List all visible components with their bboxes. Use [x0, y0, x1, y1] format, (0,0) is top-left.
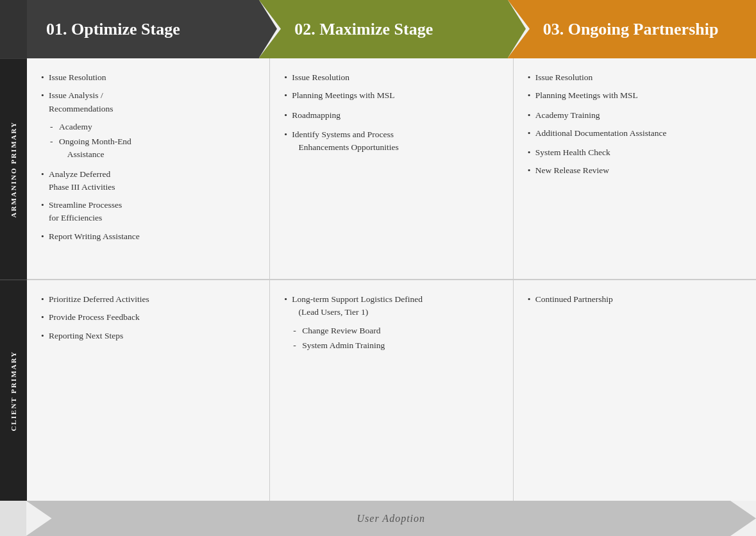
list-item: Prioritize Deferred Activities — [41, 293, 255, 306]
list-item: Planning Meetings with MSL — [284, 89, 498, 102]
list-item: Long-term Support Logistics Defined (Lea… — [284, 293, 498, 319]
main-grid: Issue Resolution Issue Analysis /Recomme… — [27, 58, 756, 501]
armanino-col1: Issue Resolution Issue Analysis /Recomme… — [27, 58, 270, 279]
bottom-spacer — [0, 501, 26, 536]
list-item: Issue Resolution — [284, 71, 498, 84]
list-item: Provide Process Feedback — [41, 311, 255, 324]
arrow-container: 01. Optimize Stage 02. Maximize Stage 03… — [27, 0, 756, 58]
armanino-label: ARMANINO PRIMARY — [0, 58, 27, 280]
client-label: CLIENT PRIMARY — [0, 280, 27, 501]
list-item: Ongoing Month-End Assistance — [41, 135, 255, 162]
client-col2: Long-term Support Logistics Defined (Lea… — [270, 280, 513, 501]
content-area: ARMANINO PRIMARY CLIENT PRIMARY Issue Re… — [0, 58, 756, 501]
armanino-row: Issue Resolution Issue Analysis /Recomme… — [27, 58, 756, 280]
stage1-arrow: 01. Optimize Stage — [27, 0, 259, 58]
header-row: 01. Optimize Stage 02. Maximize Stage 03… — [0, 0, 756, 58]
bottom-label: User Adoption — [357, 513, 425, 524]
client-row: Prioritize Deferred Activities Provide P… — [27, 280, 756, 501]
list-item: New Release Review — [528, 164, 742, 177]
client-col1: Prioritize Deferred Activities Provide P… — [27, 280, 270, 501]
stage3-arrow: 03. Ongoing Partnership — [508, 0, 756, 58]
list-item: Academy — [41, 121, 255, 133]
list-item: Reporting Next Steps — [41, 330, 255, 342]
list-item: Planning Meetings with MSL — [528, 89, 742, 102]
left-labels: ARMANINO PRIMARY CLIENT PRIMARY — [0, 58, 27, 501]
stage2-arrow: 02. Maximize Stage — [259, 0, 507, 58]
stage2-label: 02. Maximize Stage — [294, 20, 433, 39]
list-item: Issue Analysis /Recommendations — [41, 89, 255, 115]
client-col3: Continued Partnership — [514, 280, 756, 501]
list-item: Academy Training — [528, 109, 742, 122]
list-item: Issue Resolution — [41, 71, 255, 84]
list-item: Report Writing Assistance — [41, 230, 255, 243]
armanino-col2: Issue Resolution Planning Meetings with … — [270, 58, 513, 279]
bottom-arrow: User Adoption — [26, 501, 756, 536]
list-item: Analyze DeferredPhase III Activities — [41, 168, 255, 194]
list-item: Additional Documentation Assistance — [528, 127, 742, 140]
stage1-label: 01. Optimize Stage — [46, 20, 180, 39]
list-item: Issue Resolution — [528, 71, 742, 84]
list-item: System Admin Training — [284, 339, 498, 352]
armanino-col3: Issue Resolution Planning Meetings with … — [514, 58, 756, 279]
list-item: Streamline Processesfor Efficiencies — [41, 199, 255, 225]
stage3-label: 03. Ongoing Partnership — [543, 20, 719, 39]
list-item: Change Review Board — [284, 324, 498, 337]
list-item: Identify Systems and Process Enhancement… — [284, 128, 498, 155]
list-item: Continued Partnership — [528, 293, 742, 306]
header-left-spacer — [0, 0, 27, 58]
list-item: System Health Check — [528, 146, 742, 159]
list-item: Roadmapping — [284, 109, 498, 122]
